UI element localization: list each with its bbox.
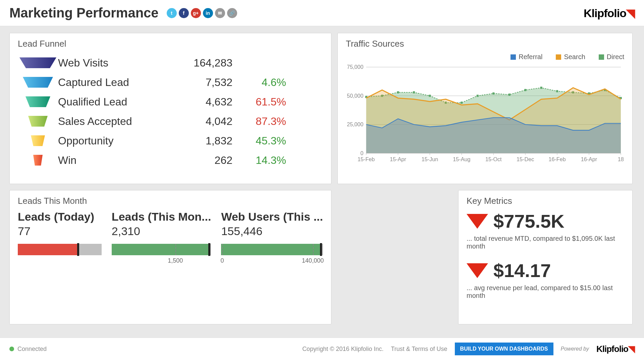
traffic-legend: ReferralSearchDirect [346,53,624,61]
svg-marker-4 [31,135,45,146]
lead-metric-value: 2,310 [112,225,211,238]
funnel-stage-icon [18,135,58,146]
leads-grid: Leads (Today) 77 Leads (This Mon... 2,31… [18,210,323,255]
funnel-value: 4,042 [165,115,232,128]
svg-marker-1 [23,77,53,88]
key-metric-value: $775.5K [493,210,565,232]
googleplus-icon[interactable]: g+ [191,8,201,18]
svg-rect-22 [492,92,494,94]
svg-text:25,000: 25,000 [347,121,363,128]
header: Marketing Performance t f g+ in ✉ 🔗 Klip… [0,0,644,26]
legend-item[interactable]: Search [556,53,585,61]
funnel-label: Opportunity [58,135,165,147]
traffic-sources-card: Traffic Sources ReferralSearchDirect 025… [337,33,633,184]
svg-text:15-Oct: 15-Oct [485,156,502,163]
funnel-stage-icon [18,77,58,88]
funnel-label: Win [58,154,165,167]
build-dashboards-button[interactable]: BUILD YOUR OWN DASHBOARDS [455,343,553,355]
email-icon[interactable]: ✉ [215,8,225,18]
lead-metric-title: Web Users (This ... [221,210,323,223]
svg-marker-0 [19,57,56,68]
progress-bar [18,244,102,255]
linkedin-icon[interactable]: in [203,8,213,18]
bar-endcap-icon [320,243,322,256]
svg-text:16-Apr: 16-Apr [581,156,597,163]
leads-month-card: Leads This Month Leads (Today) 77 Leads … [9,190,331,324]
key-metric-item: $775.5K ... total revenue MTD, compared … [467,210,624,250]
bar-endcap-icon [208,243,210,256]
funnel-label: Qualified Lead [58,96,165,108]
key-metric-subtext: ... total revenue MTD, compared to $1,09… [467,235,624,250]
legend-item[interactable]: Direct [599,53,624,61]
svg-text:0: 0 [361,150,364,156]
progress-bar: 1,500 [112,244,211,255]
funnel-row: Sales Accepted 4,042 87.3% [18,111,323,131]
svg-text:50,000: 50,000 [347,92,363,99]
svg-rect-18 [429,95,431,97]
lead-funnel-card: Lead Funnel Web Visits 164,283 C [9,33,331,184]
svg-marker-3 [28,116,48,127]
funnel-value: 4,632 [165,96,232,108]
footer-right: Copyright © 2016 Klipfolio Inc. Trust & … [302,343,635,355]
lead-metric-title: Leads (Today) [18,210,102,223]
status-dot-icon [9,347,14,351]
bar-tick-label: 1,500 [168,257,183,264]
content-grid: Lead Funnel Web Visits 164,283 C [0,26,644,328]
facebook-icon[interactable]: f [179,8,189,18]
svg-text:15-Feb: 15-Feb [358,156,375,163]
svg-text:18: 18 [618,156,624,163]
funnel-pct: 4.6% [232,76,286,89]
lead-metric-value: 155,446 [221,225,323,238]
bar-tick-label: 0 [220,257,224,264]
key-metric-subtext: ... avg revenue per lead, compared to $1… [467,284,624,300]
funnel-stage-icon [18,155,58,166]
funnel-stage-icon [18,57,58,68]
key-metrics-card: Key Metrics $775.5K ... total revenue MT… [458,190,633,324]
legend-item[interactable]: Referral [511,53,542,61]
lead-metric: Leads (This Mon... 2,310 1,500 [112,210,211,255]
bar-tick [222,244,223,255]
funnel-value: 164,283 [165,57,232,69]
funnel-row: Captured Lead 7,532 4.6% [18,73,323,92]
footer-left: Connected [9,346,47,353]
svg-rect-25 [540,87,542,89]
key-metrics-body: $775.5K ... total revenue MTD, compared … [467,210,624,300]
svg-text:15-Jun: 15-Jun [422,156,438,163]
bar-tick [313,244,314,255]
twitter-icon[interactable]: t [167,8,177,18]
legend-label: Search [564,53,585,61]
trust-link[interactable]: Trust & Terms of Use [391,346,447,353]
funnel-label: Sales Accepted [58,115,165,128]
svg-rect-24 [524,89,526,91]
traffic-chart: 025,00050,00075,00015-Feb15-Apr15-Jun15-… [346,63,624,168]
traffic-title: Traffic Sources [346,39,624,49]
lead-metric: Leads (Today) 77 [18,210,102,255]
legend-swatch-icon [556,54,561,60]
key-metrics-title: Key Metrics [467,196,624,206]
link-icon[interactable]: 🔗 [227,8,237,18]
svg-rect-16 [397,91,399,93]
progress-bar-fill [112,244,209,255]
svg-rect-17 [413,91,415,93]
funnel-value: 7,532 [165,76,232,89]
funnel-value: 262 [165,154,232,167]
key-metric-item: $14.17 ... avg revenue per lead, compare… [467,260,624,300]
funnel-row: Opportunity 1,832 45.3% [18,131,323,150]
funnel-pct: 45.3% [232,135,286,147]
funnel-body: Web Visits 164,283 Captured Lead 7,532 4… [18,53,323,170]
svg-marker-5 [33,155,43,166]
svg-rect-20 [461,102,463,104]
funnel-pct: 61.5% [232,96,286,108]
svg-marker-2 [25,96,50,107]
svg-rect-23 [508,94,511,96]
bar-tick [175,244,176,255]
copyright-text: Copyright © 2016 Klipfolio Inc. [302,346,383,353]
funnel-label: Captured Lead [58,76,165,89]
svg-text:75,000: 75,000 [347,64,363,71]
funnel-row: Web Visits 164,283 [18,53,323,73]
svg-rect-21 [477,95,479,97]
down-arrow-icon [467,214,488,229]
funnel-label: Web Visits [58,57,165,69]
lead-funnel-title: Lead Funnel [18,39,323,49]
svg-text:15-Aug: 15-Aug [453,156,470,163]
